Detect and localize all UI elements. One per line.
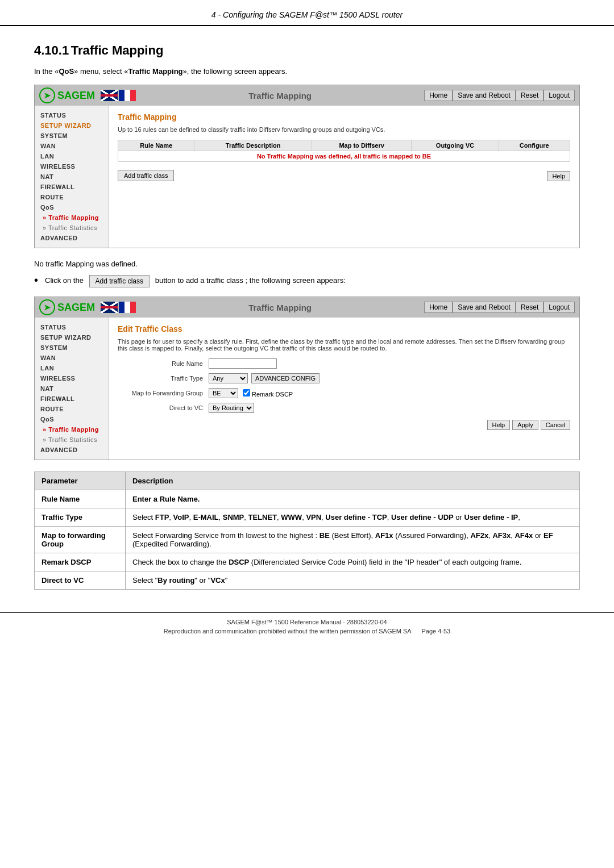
sidebar-item-wan-2[interactable]: WAN [35, 353, 108, 363]
desc-header: Description [126, 472, 580, 490]
table-row: Remark DSCP Check the box to change the … [35, 553, 580, 571]
intro-text: In the «QoS» menu, select «Traffic Mappi… [34, 67, 580, 76]
param-traffic-type: Traffic Type [35, 508, 126, 527]
sidebar-item-traffic-mapping-1[interactable]: » Traffic Mapping [35, 212, 108, 223]
bullet-section: • Click on the Add traffic class button … [34, 275, 580, 287]
traffic-type-label: Traffic Type [118, 375, 209, 382]
header-title: 4 - Configuring the SAGEM F@st™ 1500 ADS… [211, 10, 403, 19]
logo-area-1: ➤ SAGEM [39, 87, 136, 103]
sidebar-item-firewall-2[interactable]: FIREWALL [35, 394, 108, 404]
content-title-1: Traffic Mapping [118, 112, 570, 122]
direct-vc-select[interactable]: By Routing VC1 VC2 [209, 403, 254, 413]
sidebar-item-status-1[interactable]: STATUS [35, 110, 108, 120]
edit-traffic-title: Edit Traffic Class [118, 324, 570, 333]
fr-flag-icon [119, 90, 136, 101]
sidebar-item-nat-1[interactable]: NAT [35, 172, 108, 182]
no-mapping-message: No Traffic Mapping was defined, all traf… [118, 151, 570, 162]
help-btn-1[interactable]: Help [547, 171, 570, 181]
traffic-type-select[interactable]: Any FTP VoIP E-MAIL SNMP TELNET WWW VPN [209, 373, 248, 383]
direct-vc-label: Direct to VC [118, 404, 209, 411]
parameter-table: Parameter Description Rule Name Enter a … [34, 471, 580, 590]
sagem-arrow-icon: ➤ [39, 87, 55, 103]
home-btn-2[interactable]: Home [424, 302, 453, 313]
sidebar-item-lan-1[interactable]: LAN [35, 151, 108, 161]
bullet-dot: • [34, 274, 38, 287]
document-header: 4 - Configuring the SAGEM F@st™ 1500 ADS… [0, 0, 614, 26]
sagem-logo-2: ➤ SAGEM [39, 299, 95, 315]
sidebar-item-system-2[interactable]: SYSTEM [35, 343, 108, 353]
router-panel-2: ➤ SAGEM Traffic Mapping Home Save and Re… [34, 297, 580, 460]
panel2-content-wrap: STATUS SETUP WIZARD SYSTEM WAN LAN WIREL… [35, 318, 579, 460]
advanced-config-btn[interactable]: ADVANCED CONFIG [251, 373, 320, 383]
param-rule-name: Rule Name [35, 490, 126, 508]
form-actions: Help Apply Cancel [118, 420, 570, 430]
sidebar-item-route-2[interactable]: ROUTE [35, 404, 108, 414]
map-forwarding-row: Map to Forwarding Group BE AF1x AF2x AF3… [118, 388, 570, 398]
save-reboot-btn-1[interactable]: Save and Reboot [453, 90, 516, 101]
help-btn-2[interactable]: Help [487, 420, 511, 430]
remark-dscp-label: Remark DSCP [243, 389, 293, 398]
reset-btn-1[interactable]: Reset [516, 90, 544, 101]
between-text: No traffic Mapping was defined. [34, 260, 580, 268]
section-number: 4.10.1 [34, 43, 69, 57]
sidebar-1: STATUS SETUP WIZARD SYSTEM WAN LAN WIREL… [35, 106, 109, 248]
content-desc-1: Up to 16 rules can be defined to classif… [118, 126, 570, 133]
sidebar-item-wireless-1[interactable]: WIRELESS [35, 161, 108, 172]
document-footer: SAGEM F@st™ 1500 Reference Manual - 2880… [0, 612, 614, 640]
col-configure: Configure [499, 140, 570, 151]
sidebar-item-wireless-2[interactable]: WIRELESS [35, 373, 108, 383]
sidebar-item-system-1[interactable]: SYSTEM [35, 131, 108, 141]
reset-btn-2[interactable]: Reset [516, 302, 544, 313]
sidebar-item-setup-1[interactable]: SETUP WIZARD [35, 120, 108, 131]
section-title: Traffic Mapping [71, 43, 164, 57]
add-traffic-inline-btn[interactable]: Add traffic class [89, 275, 150, 287]
desc-remark-dscp: Check the box to change the DSCP (Differ… [126, 553, 580, 571]
fr-flag-icon-2 [119, 302, 136, 313]
map-forwarding-select[interactable]: BE AF1x AF2x AF3x AF4x EF [209, 388, 238, 398]
sidebar-item-nat-2[interactable]: NAT [35, 383, 108, 394]
sidebar-item-advanced-1[interactable]: ADVANCED [35, 233, 108, 243]
sidebar-item-lan-2[interactable]: LAN [35, 363, 108, 373]
sidebar-item-traffic-stats-2[interactable]: » Traffic Statistics [35, 435, 108, 445]
remark-dscp-checkbox[interactable] [243, 389, 250, 397]
home-btn-1[interactable]: Home [424, 90, 453, 101]
flag-icons-2 [101, 302, 136, 313]
sagem-arrow-icon-2: ➤ [39, 299, 55, 315]
sidebar-item-setup-2[interactable]: SETUP WIZARD [35, 332, 108, 343]
edit-traffic-desc: This page is for user to specify a class… [118, 338, 570, 352]
sidebar-item-firewall-1[interactable]: FIREWALL [35, 182, 108, 192]
table-row: Rule Name Enter a Rule Name. [35, 490, 580, 508]
topbar-2: ➤ SAGEM Traffic Mapping Home Save and Re… [35, 297, 579, 318]
logout-btn-2[interactable]: Logout [544, 302, 575, 313]
sidebar-item-qos-1[interactable]: QoS [35, 202, 108, 212]
panel1-content: STATUS SETUP WIZARD SYSTEM WAN LAN WIREL… [35, 106, 579, 248]
save-reboot-btn-2[interactable]: Save and Reboot [453, 302, 516, 313]
apply-btn[interactable]: Apply [512, 420, 538, 430]
add-traffic-class-btn-1[interactable]: Add traffic class [118, 170, 174, 181]
traffic-type-row: Traffic Type Any FTP VoIP E-MAIL SNMP TE… [118, 373, 570, 383]
router-panel-1: ➤ SAGEM Traffic Mapping Home Save and Re… [34, 85, 580, 248]
sidebar-item-status-2[interactable]: STATUS [35, 322, 108, 332]
uk-flag-icon [101, 90, 118, 101]
bullet-text-before: Click on the [45, 276, 84, 285]
table-row: Direct to VC Select "By routing" or "VCx… [35, 571, 580, 590]
uk-flag-icon-2 [101, 302, 118, 313]
logout-btn-1[interactable]: Logout [544, 90, 575, 101]
map-forwarding-label: Map to Forwarding Group [118, 390, 209, 397]
sidebar-item-wan-1[interactable]: WAN [35, 141, 108, 151]
rule-name-input[interactable] [209, 358, 277, 369]
sidebar-item-route-1[interactable]: ROUTE [35, 192, 108, 202]
bullet-text-after: button to add a traffic class ; the foll… [155, 276, 346, 285]
sidebar-item-advanced-2[interactable]: ADVANCED [35, 445, 108, 455]
footer-line1: SAGEM F@st™ 1500 Reference Manual - 2880… [34, 619, 580, 625]
rule-name-label: Rule Name [118, 360, 209, 367]
sidebar-item-traffic-stats-1[interactable]: » Traffic Statistics [35, 223, 108, 233]
edit-form: Rule Name Traffic Type Any FTP VoIP E-MA… [118, 358, 570, 413]
param-direct-vc: Direct to VC [35, 571, 126, 590]
col-traffic-desc: Traffic Description [194, 140, 312, 151]
sidebar-item-traffic-mapping-2[interactable]: » Traffic Mapping [35, 424, 108, 435]
cancel-btn[interactable]: Cancel [541, 420, 570, 430]
table-row: Traffic Type Select FTP, VoIP, E-MAIL, S… [35, 508, 580, 527]
desc-direct-vc: Select "By routing" or "VCx" [126, 571, 580, 590]
sidebar-item-qos-2[interactable]: QoS [35, 414, 108, 424]
